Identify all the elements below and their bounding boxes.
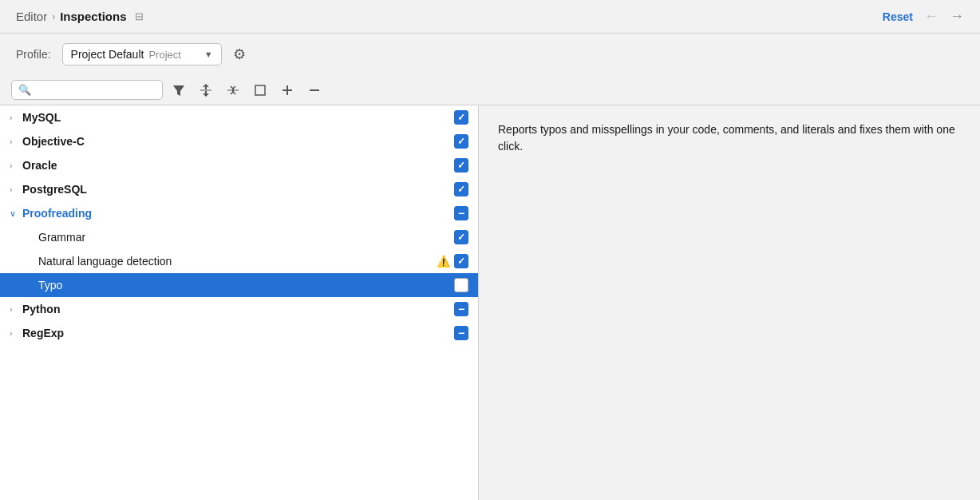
tree-item-grammar[interactable]: Grammar ✓: [0, 225, 478, 249]
expander-mysql: ›: [10, 113, 22, 122]
tree-label-postgresql: PostgreSQL: [22, 183, 454, 196]
forward-button[interactable]: →: [950, 8, 964, 25]
profile-dropdown[interactable]: Project Default Project ▼: [62, 43, 222, 65]
profile-tag: Project: [148, 49, 180, 61]
expander-objectivec: ›: [10, 137, 22, 146]
tree-item-postgresql[interactable]: › PostgreSQL ✓: [0, 177, 478, 201]
header: Editor › Inspections ⊟ Reset ← →: [0, 0, 980, 34]
header-actions: Reset ← →: [883, 8, 964, 25]
checkbox-postgresql[interactable]: ✓: [454, 182, 468, 196]
back-button[interactable]: ←: [924, 8, 939, 25]
description-text: Reports typos and misspellings in your c…: [498, 121, 961, 155]
checkbox-proofreading[interactable]: −: [454, 206, 468, 220]
search-box: 🔍: [11, 80, 163, 100]
tree-item-oracle[interactable]: › Oracle ✓: [0, 153, 478, 177]
expander-python: ›: [10, 304, 22, 314]
expand-button[interactable]: [195, 81, 217, 100]
breadcrumb: Editor › Inspections ⊟: [16, 10, 144, 23]
tree-item-mysql[interactable]: › MySQL ✓: [0, 105, 478, 129]
square-button[interactable]: [249, 81, 271, 100]
tree-label-proofreading: Proofreading: [22, 207, 454, 220]
search-icon: 🔍: [18, 84, 31, 96]
main-content: › MySQL ✓ › Objective-C ✓ › Oracle ✓ › P…: [0, 105, 980, 500]
tree-item-nldetection[interactable]: Natural language detection ⚠️ ✓: [0, 249, 478, 273]
remove-icon: [307, 83, 322, 97]
gear-button[interactable]: ⚙: [233, 46, 246, 63]
checkbox-objectivec[interactable]: ✓: [454, 134, 468, 149]
checkbox-oracle[interactable]: ✓: [454, 158, 468, 173]
expander-regexp: ›: [10, 328, 22, 338]
chevron-icon: ›: [52, 11, 55, 22]
tree-label-objectivec: Objective-C: [22, 135, 454, 148]
tree-label-oracle: Oracle: [22, 159, 454, 172]
description-panel: Reports typos and misspellings in your c…: [479, 105, 980, 500]
warning-icon: ⚠️: [437, 255, 450, 268]
checkbox-grammar[interactable]: ✓: [454, 230, 468, 244]
tree-item-typo[interactable]: Typo: [0, 273, 478, 297]
tree-item-regexp[interactable]: › RegExp −: [0, 321, 478, 345]
profile-name: Project Default: [71, 48, 144, 61]
tree-label-python: Python: [22, 303, 454, 315]
tree-label-nldetection: Natural language detection: [38, 255, 437, 268]
checkbox-typo[interactable]: [454, 278, 468, 292]
dropdown-arrow-icon: ▼: [204, 50, 213, 59]
collapse-icon: [226, 83, 240, 97]
add-icon: [280, 83, 294, 97]
tree-item-python[interactable]: › Python −: [0, 297, 478, 321]
collapse-button[interactable]: [222, 81, 244, 100]
svg-rect-6: [255, 85, 265, 95]
window-icon[interactable]: ⊟: [135, 10, 144, 22]
expand-icon: [199, 83, 213, 97]
tree-label-regexp: RegExp: [22, 327, 454, 339]
expander-oracle: ›: [10, 161, 22, 170]
reset-button[interactable]: Reset: [883, 10, 913, 23]
breadcrumb-inspections[interactable]: Inspections: [60, 10, 126, 23]
breadcrumb-editor[interactable]: Editor: [16, 10, 47, 23]
checkbox-nldetection[interactable]: ✓: [454, 254, 468, 268]
search-input[interactable]: [35, 84, 156, 96]
filter-icon: [172, 83, 186, 97]
expander-postgresql: ›: [10, 185, 22, 194]
tree-label-grammar: Grammar: [38, 231, 454, 244]
inspection-tree: › MySQL ✓ › Objective-C ✓ › Oracle ✓ › P…: [0, 105, 479, 500]
filter-button[interactable]: [168, 81, 190, 100]
tree-label-typo: Typo: [38, 279, 454, 292]
tree-label-mysql: MySQL: [22, 111, 454, 124]
add-button[interactable]: [276, 81, 298, 100]
square-icon: [253, 83, 267, 97]
app-container: Editor › Inspections ⊟ Reset ← → Profile…: [0, 0, 980, 500]
expander-proofreading: ∨: [10, 208, 22, 219]
remove-button[interactable]: [303, 81, 326, 100]
checkbox-mysql[interactable]: ✓: [454, 110, 468, 125]
tree-item-proofreading[interactable]: ∨ Proofreading −: [0, 201, 478, 225]
svg-marker-0: [173, 85, 184, 96]
profile-bar: Profile: Project Default Project ▼ ⚙: [0, 34, 980, 75]
tree-item-objectivec[interactable]: › Objective-C ✓: [0, 129, 478, 153]
checkbox-regexp[interactable]: −: [454, 326, 468, 340]
profile-label: Profile:: [16, 48, 51, 61]
checkbox-python[interactable]: −: [454, 302, 468, 316]
toolbar: 🔍: [0, 75, 980, 105]
